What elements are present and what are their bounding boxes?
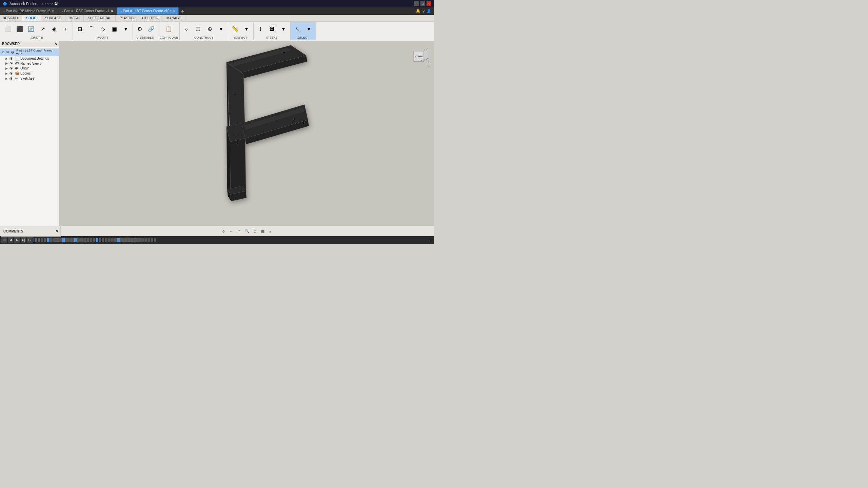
timeline-marker[interactable] bbox=[135, 238, 138, 242]
timeline-marker[interactable] bbox=[154, 238, 156, 242]
timeline-marker[interactable] bbox=[59, 238, 62, 242]
timeline-marker[interactable] bbox=[83, 238, 86, 242]
timeline-marker[interactable] bbox=[108, 238, 111, 242]
timeline-marker[interactable] bbox=[138, 238, 141, 242]
select-more-tool[interactable]: ▾ bbox=[303, 26, 314, 33]
modify-more-tool[interactable]: ▾ bbox=[120, 26, 131, 33]
timeline-marker[interactable] bbox=[68, 238, 71, 242]
comments-close-icon[interactable]: ✕ bbox=[56, 229, 58, 233]
ribbon-tab-mesh[interactable]: MESH bbox=[65, 15, 84, 21]
timeline-marker[interactable] bbox=[35, 238, 37, 242]
select-tool[interactable]: ↖ bbox=[292, 26, 303, 33]
midplane-tool[interactable]: ⬡ bbox=[193, 26, 203, 33]
timeline-marker[interactable] bbox=[102, 238, 104, 242]
help-icon[interactable]: ? bbox=[422, 9, 425, 13]
timeline-marker[interactable] bbox=[53, 238, 56, 242]
move-tool-bottom[interactable]: ⊹ bbox=[220, 228, 227, 235]
timeline-marker[interactable] bbox=[90, 238, 92, 242]
timeline-marker[interactable] bbox=[86, 238, 89, 242]
timeline-cursor[interactable] bbox=[34, 238, 34, 242]
tree-toggle-doc-settings[interactable]: ▶ bbox=[5, 57, 9, 60]
timeline-start-btn[interactable]: ⏮ bbox=[1, 237, 7, 243]
timeline-marker[interactable] bbox=[71, 238, 74, 242]
inspect-more-tool[interactable]: ▾ bbox=[241, 26, 252, 33]
configure-tool[interactable]: 📋 bbox=[163, 26, 174, 33]
tab-3[interactable]: ▪ Part #1 LBT Corner Frame v10* ✕ bbox=[117, 7, 178, 15]
timeline-marker[interactable] bbox=[62, 238, 65, 242]
joint-tool[interactable]: 🔗 bbox=[146, 26, 157, 33]
insert-tool[interactable]: ⤵ bbox=[255, 26, 266, 33]
minimize-button[interactable]: ─ bbox=[414, 1, 419, 6]
timeline-marker[interactable] bbox=[80, 238, 83, 242]
fillet-tool[interactable]: ⌒ bbox=[86, 26, 97, 33]
timeline-play-btn[interactable]: ▶ bbox=[14, 237, 20, 243]
new-component-tool[interactable]: ⬜ bbox=[3, 26, 14, 33]
timeline-marker[interactable] bbox=[44, 238, 46, 242]
timeline-marker[interactable] bbox=[47, 238, 50, 242]
timeline-marker[interactable] bbox=[96, 238, 98, 242]
new-tab-button[interactable]: + bbox=[179, 7, 187, 15]
account-icon[interactable]: 👤 bbox=[427, 9, 431, 13]
ribbon-tab-utilities[interactable]: UTILITIES bbox=[138, 15, 162, 21]
timeline-marker[interactable] bbox=[38, 238, 40, 242]
timeline-marker[interactable] bbox=[56, 238, 59, 242]
timeline-markers[interactable] bbox=[34, 238, 429, 242]
timeline-marker[interactable] bbox=[50, 238, 53, 242]
browser-close-icon[interactable]: ✕ bbox=[54, 42, 57, 46]
assemble-tool[interactable]: ⚙ bbox=[134, 26, 145, 33]
tree-item-doc-settings[interactable]: ▶ 👁 📄 Document Settings bbox=[0, 56, 59, 61]
timeline-marker[interactable] bbox=[120, 238, 123, 242]
display-tool-bottom[interactable]: ▦ bbox=[259, 228, 266, 235]
ribbon-tab-plastic[interactable]: PLASTIC bbox=[116, 15, 138, 21]
pan-tool-bottom[interactable]: ↔ bbox=[228, 228, 235, 235]
timeline-marker[interactable] bbox=[111, 238, 114, 242]
tree-item-named-views[interactable]: ▶ 👁 🏷 Named Views bbox=[0, 61, 59, 66]
close-button[interactable]: ✕ bbox=[427, 1, 431, 6]
tree-toggle-root[interactable]: ▼ bbox=[1, 50, 5, 54]
zoom-tool-bottom[interactable]: 🔍 bbox=[244, 228, 251, 235]
press-pull-tool[interactable]: ⊞ bbox=[74, 26, 85, 33]
tree-item-sketches[interactable]: ▶ 👁 ✏ Sketches bbox=[0, 76, 59, 81]
timeline-next-btn[interactable]: ▶| bbox=[21, 237, 26, 243]
loft-tool[interactable]: ◈ bbox=[49, 26, 60, 33]
viewport[interactable]: HOME Z bbox=[59, 41, 434, 226]
timeline-marker[interactable] bbox=[93, 238, 95, 242]
timeline-marker[interactable] bbox=[144, 238, 147, 242]
timeline-marker[interactable] bbox=[141, 238, 144, 242]
tree-toggle-named-views[interactable]: ▶ bbox=[5, 62, 9, 65]
timeline-marker[interactable] bbox=[129, 238, 132, 242]
orbit-tool-bottom[interactable]: ⟳ bbox=[236, 228, 243, 235]
timeline-marker[interactable] bbox=[126, 238, 129, 242]
tab-1-close[interactable]: ✕ bbox=[52, 9, 55, 13]
construct-more-tool[interactable]: ▾ bbox=[216, 26, 226, 33]
tab-1[interactable]: ▪ Part #4 LRB Middle Frame v3 ✕ bbox=[0, 7, 58, 15]
ribbon-tab-surface[interactable]: SURFACE bbox=[41, 15, 65, 21]
timeline-marker[interactable] bbox=[132, 238, 135, 242]
timeline-end-btn[interactable]: ⏭ bbox=[27, 237, 33, 243]
sweep-tool[interactable]: ↗ bbox=[37, 26, 48, 33]
timeline-marker[interactable] bbox=[114, 238, 117, 242]
grid-tool-bottom[interactable]: ≡ bbox=[267, 228, 274, 235]
tree-toggle-sketches[interactable]: ▶ bbox=[5, 77, 9, 80]
tab-2[interactable]: ▪ Part #1 RBT Corner Frame v1 ✕ bbox=[58, 7, 117, 15]
tree-item-root[interactable]: ▼ 👁 ⚙ Part #1 LBT Corner Frame v10* bbox=[0, 48, 59, 56]
construct-axis-tool[interactable]: ⊕ bbox=[204, 26, 215, 33]
timeline-prev-btn[interactable]: ◀ bbox=[8, 237, 13, 243]
tree-item-origin[interactable]: ▶ 👁 ⊕ Origin bbox=[0, 66, 59, 71]
chamfer-tool[interactable]: ◇ bbox=[97, 26, 108, 33]
timeline-marker[interactable] bbox=[77, 238, 80, 242]
timeline-marker[interactable] bbox=[41, 238, 43, 242]
shell-tool[interactable]: ▣ bbox=[109, 26, 120, 33]
fit-tool-bottom[interactable]: ⊡ bbox=[252, 228, 258, 235]
insert-more-tool[interactable]: ▾ bbox=[278, 26, 289, 33]
revolve-tool[interactable]: 🔄 bbox=[26, 26, 37, 33]
tab-2-close[interactable]: ✕ bbox=[111, 9, 113, 13]
tree-toggle-origin[interactable]: ▶ bbox=[5, 67, 9, 70]
tab-3-close[interactable]: ✕ bbox=[172, 9, 175, 13]
ribbon-tab-sheet-metal[interactable]: SHEET METAL bbox=[84, 15, 116, 21]
timeline-marker[interactable] bbox=[117, 238, 120, 242]
tree-item-bodies[interactable]: ▶ 👁 📦 Bodies bbox=[0, 71, 59, 76]
maximize-button[interactable]: □ bbox=[420, 1, 425, 6]
insert-canvas-tool[interactable]: 🖼 bbox=[267, 26, 277, 33]
comments-panel[interactable]: COMMENTS ✕ bbox=[1, 226, 61, 237]
